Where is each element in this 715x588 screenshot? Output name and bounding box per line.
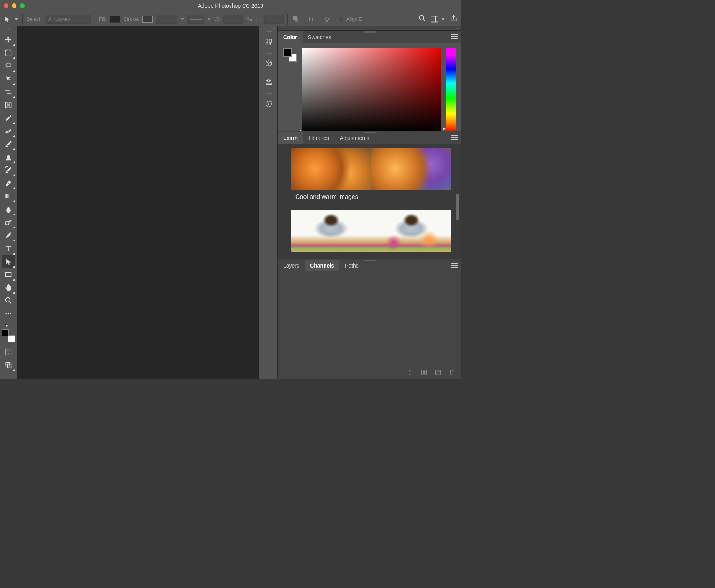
quick-selection-tool[interactable] [2,72,15,85]
swap-colors-icon[interactable] [2,322,15,328]
tab-paths[interactable]: Paths [339,260,364,271]
tools-panel: ›› [0,26,17,379]
tab-adjustments[interactable]: Adjustments [335,132,375,144]
save-selection-icon[interactable] [421,369,428,377]
dock-collapse[interactable]: ‹‹ [259,26,277,30]
learn-card[interactable] [291,210,451,252]
color-field[interactable] [302,48,441,132]
type-tool[interactable] [2,242,15,255]
workspace-dropdown[interactable] [431,16,445,23]
healing-brush-tool[interactable] [2,125,15,138]
window-minimize-button[interactable] [12,3,16,8]
svg-rect-4 [312,18,313,21]
path-align-icon[interactable] [307,15,315,23]
options-bar: Select: All Layers Fill: Stroke: W: H: A… [0,11,461,26]
tab-layers[interactable]: Layers [278,260,305,271]
blur-tool[interactable] [2,203,15,216]
right-panels: ›› Color Swatches Learn [277,26,461,379]
screen-mode-icon[interactable] [2,358,15,371]
stroke-label: Stroke: [123,16,139,22]
svg-rect-3 [309,17,310,21]
svg-point-10 [6,63,11,67]
move-tool[interactable] [2,33,15,46]
svg-point-20 [5,221,9,225]
svg-rect-21 [9,219,12,222]
document-canvas[interactable] [17,26,259,379]
foreground-background-colors[interactable] [2,329,15,342]
window-close-button[interactable] [4,3,8,8]
marquee-tool[interactable] [2,46,15,59]
path-ops-icon[interactable] [292,15,299,23]
lasso-tool[interactable] [2,59,15,72]
tab-libraries[interactable]: Libraries [303,132,335,144]
collapsed-panel-dock: ‹‹ [259,26,277,379]
color-fgbg[interactable] [283,48,297,62]
svg-rect-34 [266,39,268,42]
align-edges-checkbox[interactable] [339,17,343,21]
crop-tool[interactable] [2,85,15,99]
eraser-tool[interactable] [2,177,15,190]
hue-slider[interactable] [446,48,456,132]
edit-toolbar-icon[interactable] [2,307,15,320]
stroke-width-dropdown[interactable] [156,15,184,24]
width-input[interactable] [223,15,243,24]
history-panel-icon[interactable] [259,33,277,52]
foreground-color[interactable] [2,329,9,336]
window-zoom-button[interactable] [20,3,25,8]
brush-tool[interactable] [2,138,15,151]
tab-learn[interactable]: Learn [278,132,303,144]
history-brush-tool[interactable] [2,164,15,177]
clone-stamp-tool[interactable] [2,151,15,164]
load-selection-icon[interactable] [407,369,414,377]
learn-panel-menu-icon[interactable] [448,131,461,144]
color-foreground[interactable] [283,48,292,57]
link-wh-icon[interactable] [246,15,253,23]
color-panel-menu-icon[interactable] [448,31,461,43]
tools-collapse[interactable]: ›› [6,27,11,31]
stroke-type-dropdown[interactable] [187,15,211,24]
styles-panel-icon[interactable] [259,73,277,92]
panels-collapse[interactable]: ›› [278,26,461,30]
share-icon[interactable] [450,15,458,23]
eyedropper-tool[interactable] [2,112,15,125]
svg-rect-35 [269,39,271,42]
pen-tool[interactable] [2,229,15,242]
layers-panel-menu-icon[interactable] [448,259,461,271]
select-layers-dropdown[interactable]: All Layers [45,15,91,24]
new-channel-icon[interactable] [435,369,441,377]
fill-swatch[interactable] [110,16,120,23]
tool-preset-dropdown[interactable] [14,17,18,21]
tab-swatches[interactable]: Swatches [303,31,337,43]
svg-point-26 [8,313,9,314]
quick-mask-icon[interactable] [2,345,15,358]
path-selection-icon[interactable] [4,16,11,23]
path-arrange-icon[interactable] [323,15,331,23]
stroke-swatch[interactable] [142,16,153,23]
svg-point-25 [6,313,7,314]
tab-channels[interactable]: Channels [305,260,339,271]
frame-tool[interactable] [2,99,15,112]
learn-card[interactable]: Cool and warm images [291,148,451,204]
learn-panel: Learn Libraries Adjustments Cool and war… [278,131,461,259]
tab-color[interactable]: Color [278,31,303,43]
hand-tool[interactable] [2,281,15,294]
svg-rect-36 [266,83,271,85]
brushes-panel-icon[interactable] [259,95,277,113]
zoom-tool[interactable] [2,294,15,307]
dodge-tool[interactable] [2,216,15,229]
svg-point-48 [408,370,413,375]
path-selection-tool[interactable] [2,255,15,268]
search-icon[interactable] [418,15,426,23]
svg-rect-15 [5,129,12,134]
svg-point-38 [266,101,271,107]
learn-scrollbar[interactable] [456,194,459,220]
background-color[interactable] [8,335,15,342]
rectangle-tool[interactable] [2,268,15,281]
delete-channel-icon[interactable] [448,369,455,377]
gradient-tool[interactable] [2,190,15,203]
height-input[interactable] [264,15,284,24]
properties-panel-icon[interactable] [259,55,277,73]
app-title: Adobe Photoshop CC 2019 [198,3,263,9]
select-label: Select: [26,16,42,22]
width-label: W: [214,16,220,22]
